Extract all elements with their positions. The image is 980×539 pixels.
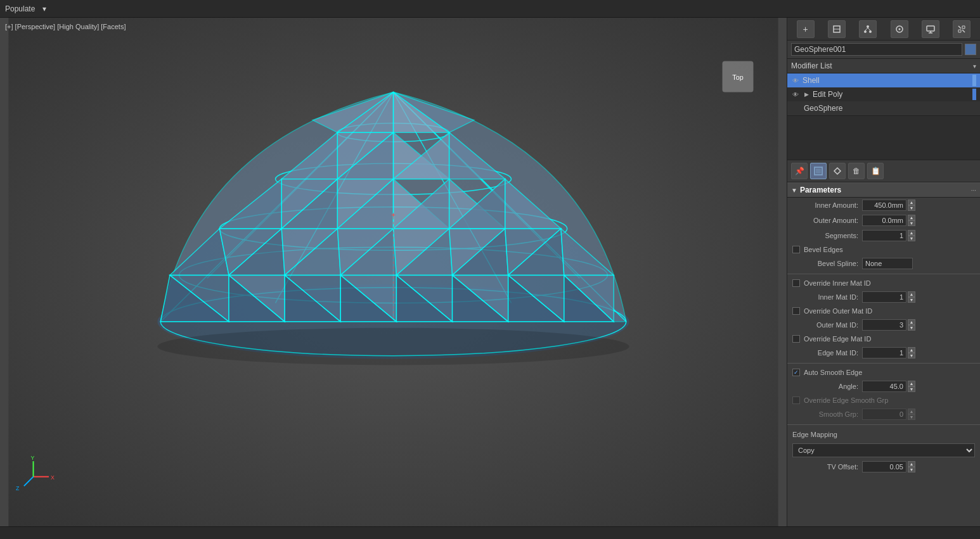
edge-mapping-label: Edge Mapping (792, 431, 837, 438)
tv-offset-label: TV Offset: (792, 463, 862, 471)
edge-mat-id-value: ▲ ▼ (862, 347, 915, 358)
modifier-toolbar: 📌 🗑 📋 (787, 160, 980, 182)
create-icon-btn[interactable]: + (797, 20, 815, 38)
divider-1 (787, 274, 980, 274)
divider-2 (787, 363, 980, 364)
tv-offset-input[interactable] (862, 461, 906, 472)
smooth-grp-down[interactable]: ▼ (908, 414, 915, 420)
edge-mat-id-spinner: ▲ ▼ (908, 347, 915, 358)
svg-line-88 (958, 26, 961, 29)
shell-eye-icon[interactable]: 👁 (791, 76, 800, 85)
inner-mat-id-spinner: ▲ ▼ (908, 291, 915, 303)
svg-point-78 (867, 25, 869, 28)
inner-amount-input[interactable] (862, 200, 906, 211)
outer-mat-id-input[interactable] (862, 319, 906, 331)
editpoly-eye-icon[interactable]: 👁 (791, 90, 800, 99)
parameters-section[interactable]: ▼ Parameters ··· Inner Amount: ▲ ▼ Outer… (787, 182, 980, 526)
auto-smooth-edge-row: ✓ Auto Smooth Edge (787, 366, 980, 379)
inner-mat-id-input[interactable] (862, 291, 906, 303)
editpoly-expand-icon[interactable]: ▶ (803, 91, 810, 98)
edge-mat-id-up[interactable]: ▲ (908, 347, 915, 353)
smooth-grp-up[interactable]: ▲ (908, 409, 915, 414)
modifier-geosphere[interactable]: GeoSphere (787, 101, 980, 115)
segments-input[interactable] (862, 230, 906, 241)
edge-mat-id-input[interactable] (862, 347, 906, 358)
modifier-shell[interactable]: 👁 Shell (787, 73, 980, 87)
override-edge-smooth-grp-checkbox[interactable] (792, 396, 800, 404)
outer-amount-up[interactable]: ▲ (908, 215, 915, 220)
inner-amount-down[interactable]: ▼ (908, 205, 915, 211)
tv-offset-down[interactable]: ▼ (908, 467, 915, 472)
outer-amount-down[interactable]: ▼ (908, 220, 915, 226)
outer-amount-value: ▲ ▼ (862, 215, 915, 226)
angle-up[interactable]: ▲ (908, 381, 915, 386)
inner-mat-id-value: ▲ ▼ (862, 291, 915, 303)
override-edge-smooth-grp-label: Override Edge Smooth Grp (804, 396, 888, 404)
override-inner-mat-checkbox[interactable] (792, 279, 800, 287)
outer-mat-id-up[interactable]: ▲ (908, 319, 915, 325)
segments-up[interactable]: ▲ (908, 230, 915, 236)
modifier-stack-space (787, 116, 980, 160)
angle-down[interactable]: ▼ (908, 386, 915, 392)
copy-dropdown-row: Copy (787, 441, 980, 459)
smooth-grp-label: Smooth Grp: (792, 410, 862, 418)
override-edge-mat-checkbox[interactable] (792, 335, 800, 343)
viewport-3d[interactable]: [+] [Perspective] [High Quality] [Facets… (0, 18, 787, 526)
configure-modifier-sets-btn[interactable]: 📋 (867, 163, 884, 179)
segments-spinner: ▲ ▼ (908, 230, 915, 241)
outer-mat-id-spinner: ▲ ▼ (908, 319, 915, 331)
inner-mat-id-up[interactable]: ▲ (908, 291, 915, 297)
inner-mat-id-down[interactable]: ▼ (908, 297, 915, 303)
modifier-edit-poly[interactable]: 👁 ▶ Edit Poly (787, 87, 980, 101)
angle-value: ▲ ▼ (862, 381, 915, 392)
bevel-spline-value[interactable]: None (862, 258, 913, 269)
edge-mat-id-down[interactable]: ▼ (908, 353, 915, 358)
smooth-grp-input[interactable] (862, 409, 906, 420)
override-inner-mat-id-row: Override Inner Mat ID (787, 277, 980, 289)
populate-dropdown[interactable]: ▾ (42, 4, 46, 13)
motion-icon-btn[interactable] (891, 20, 908, 38)
angle-input[interactable] (862, 381, 906, 392)
svg-line-89 (962, 30, 965, 32)
outer-amount-spinner: ▲ ▼ (908, 215, 915, 226)
divider-3 (787, 424, 980, 425)
bevel-edges-checkbox[interactable] (792, 246, 800, 253)
viewport-label: [+] [Perspective] [High Quality] [Facets… (5, 23, 126, 30)
copy-dropdown[interactable]: Copy (792, 443, 975, 457)
outer-amount-input[interactable] (862, 215, 906, 226)
outer-mat-id-down[interactable]: ▼ (908, 325, 915, 331)
make-unique-btn[interactable] (829, 163, 846, 179)
object-color-swatch[interactable] (965, 44, 976, 55)
outer-mat-id-value: ▲ ▼ (862, 319, 915, 331)
override-outer-mat-label: Override Outer Mat ID (804, 307, 872, 315)
inner-amount-label: Inner Amount: (792, 201, 862, 209)
populate-menu[interactable]: Populate (5, 4, 35, 13)
override-outer-mat-id-row: Override Outer Mat ID (787, 305, 980, 317)
override-edge-mat-label: Override Edge Mat ID (804, 335, 871, 343)
modify-icon-btn[interactable] (828, 20, 846, 38)
override-outer-mat-checkbox[interactable] (792, 307, 800, 315)
object-name-input[interactable] (791, 43, 962, 56)
inner-amount-up[interactable]: ▲ (908, 200, 915, 205)
tv-offset-spinner: ▲ ▼ (908, 461, 915, 472)
show-end-result-btn[interactable] (810, 163, 827, 179)
tv-offset-up[interactable]: ▲ (908, 461, 915, 467)
smooth-grp-row: Smooth Grp: ▲ ▼ (787, 407, 980, 422)
utilities-icon-btn[interactable] (953, 20, 970, 38)
override-inner-mat-label: Override Inner Mat ID (804, 279, 871, 287)
hierarchy-icon-btn[interactable] (859, 20, 877, 38)
display-icon-btn[interactable] (922, 20, 939, 38)
bevel-edges-row: Bevel Edges (787, 243, 980, 256)
modifier-list-dropdown-arrow[interactable]: ▾ (973, 63, 976, 70)
editpoly-name: Edit Poly (813, 90, 970, 99)
inner-amount-row: Inner Amount: ▲ ▼ (787, 198, 980, 213)
svg-line-82 (868, 28, 870, 30)
pin-stack-btn[interactable]: 📌 (791, 163, 808, 179)
edge-mat-id-row: Edge Mat ID: ▲ ▼ (787, 345, 980, 360)
outer-amount-label: Outer Amount: (792, 217, 862, 224)
auto-smooth-edge-checkbox[interactable]: ✓ (792, 369, 800, 376)
modifier-stack: 👁 Shell 👁 ▶ Edit Poly GeoSphere (787, 73, 980, 116)
remove-modifier-btn[interactable]: 🗑 (848, 163, 865, 179)
parameters-section-header[interactable]: ▼ Parameters ··· (787, 182, 980, 198)
segments-down[interactable]: ▼ (908, 236, 915, 241)
